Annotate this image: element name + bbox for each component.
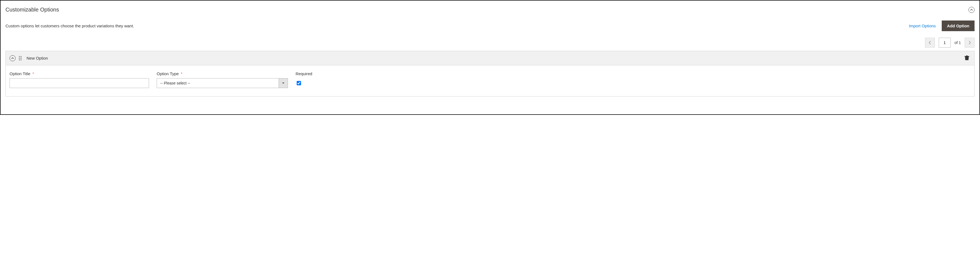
chevron-right-icon bbox=[968, 41, 971, 45]
chevron-up-icon bbox=[970, 8, 973, 11]
required-star-icon: * bbox=[33, 72, 34, 76]
option-block: New Option Option Title * Option Type * bbox=[5, 51, 975, 97]
section-header: Customizable Options bbox=[5, 0, 975, 18]
section-title: Customizable Options bbox=[5, 6, 59, 13]
add-option-button[interactable]: Add Option bbox=[942, 21, 975, 31]
chevron-up-icon bbox=[11, 57, 14, 60]
delete-option-button[interactable] bbox=[963, 54, 970, 62]
option-collapse-toggle[interactable] bbox=[10, 55, 16, 61]
option-type-dropdown-button[interactable] bbox=[278, 78, 288, 88]
trash-icon bbox=[964, 55, 969, 61]
import-options-link[interactable]: Import Options bbox=[909, 24, 936, 28]
page-number-input[interactable] bbox=[939, 38, 951, 48]
option-required-checkbox[interactable] bbox=[297, 81, 301, 85]
label-text: Required bbox=[296, 71, 312, 76]
section-description: Custom options let customers choose the … bbox=[5, 24, 134, 28]
pagination: of 1 bbox=[5, 36, 975, 51]
label-text: Option Title bbox=[10, 71, 30, 76]
section-collapse-toggle[interactable] bbox=[969, 7, 975, 13]
option-type-select[interactable]: -- Please select -- bbox=[157, 78, 288, 88]
customizable-options-panel: Customizable Options Custom options let … bbox=[0, 0, 980, 115]
option-type-selected: -- Please select -- bbox=[157, 78, 278, 88]
page-prev-button[interactable] bbox=[925, 38, 935, 48]
chevron-left-icon bbox=[929, 41, 931, 45]
page-of-label: of 1 bbox=[955, 40, 961, 45]
label-text: Option Type bbox=[157, 71, 179, 76]
required-star-icon: * bbox=[181, 72, 182, 76]
top-row: Custom options let customers choose the … bbox=[5, 18, 975, 36]
option-required-label: Required bbox=[296, 71, 312, 76]
caret-down-icon bbox=[282, 82, 285, 84]
option-required-field: Required bbox=[296, 71, 312, 88]
page-next-button[interactable] bbox=[965, 38, 975, 48]
option-title-input[interactable] bbox=[10, 78, 149, 88]
actions-right: Import Options Add Option bbox=[909, 21, 975, 31]
option-body: Option Title * Option Type * -- Please s… bbox=[6, 65, 974, 96]
option-type-label: Option Type * bbox=[157, 71, 288, 76]
option-name: New Option bbox=[27, 56, 48, 61]
option-type-field: Option Type * -- Please select -- bbox=[157, 71, 288, 88]
drag-handle-icon[interactable] bbox=[19, 56, 22, 61]
option-title-label: Option Title * bbox=[10, 71, 149, 76]
option-title-field: Option Title * bbox=[10, 71, 149, 88]
option-head: New Option bbox=[6, 51, 974, 65]
